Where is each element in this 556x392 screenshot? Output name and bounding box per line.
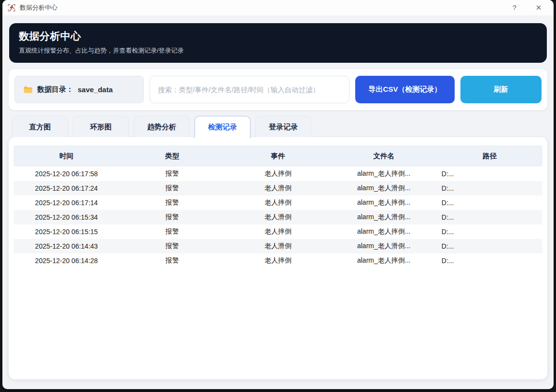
cell: D:... [437, 228, 542, 236]
column-header: 时间 [14, 152, 119, 161]
cell: 老人滑倒 [225, 184, 331, 193]
tab-item[interactable]: 检测记录 [195, 116, 250, 138]
table-row[interactable]: 2025-12-20 06:14:43报警老人滑倒alarm_老人滑倒...D:… [14, 239, 542, 253]
column-header: 事件 [225, 152, 331, 161]
cell: 2025-12-20 06:15:15 [14, 228, 119, 236]
table-header: 时间类型事件文件名路径 [14, 145, 542, 167]
table-row[interactable]: 2025-12-20 06:17:24报警老人滑倒alarm_老人滑倒...D:… [14, 181, 542, 196]
window-title: 数据分析中心 [20, 3, 57, 12]
cell: 2025-12-20 06:17:24 [14, 184, 119, 192]
cell: 报警 [119, 256, 225, 265]
cell: alarm_老人摔倒... [331, 169, 437, 178]
cell: alarm_老人滑倒... [331, 184, 437, 193]
cell: 报警 [119, 227, 225, 236]
cell: alarm_老人摔倒... [331, 227, 437, 236]
table-row[interactable]: 2025-12-20 06:17:14报警老人摔倒alarm_老人摔倒...D:… [14, 196, 542, 210]
tab-item[interactable]: 直方图 [12, 116, 68, 137]
data-directory-chip: 数据目录：save_data [14, 76, 144, 103]
cell: D:... [437, 257, 542, 265]
cell: 2025-12-20 06:17:58 [14, 170, 119, 178]
help-button[interactable]: ? [504, 0, 525, 15]
cell: 2025-12-20 06:14:43 [14, 242, 119, 250]
column-header: 类型 [119, 152, 225, 161]
tab-item[interactable]: 趋势分析 [134, 116, 190, 137]
cell: 老人摔倒 [225, 198, 331, 207]
app-icon [7, 3, 16, 12]
cell: 2025-12-20 06:17:14 [14, 199, 119, 207]
table-row[interactable]: 2025-12-20 06:15:15报警老人摔倒alarm_老人摔倒...D:… [14, 224, 542, 239]
data-directory-value: save_data [78, 85, 113, 94]
cell: 2025-12-20 06:15:34 [14, 213, 119, 221]
export-csv-button[interactable]: 导出CSV（检测记录） [355, 76, 455, 103]
cell: 报警 [119, 198, 225, 207]
cell: D:... [437, 213, 542, 221]
cell: 老人摔倒 [225, 227, 331, 236]
cell: alarm_老人滑倒... [331, 213, 437, 222]
cell: D:... [437, 170, 542, 178]
titlebar: 数据分析中心 ? ✕ [2, 0, 554, 15]
cell: 老人摔倒 [225, 256, 331, 265]
column-header: 路径 [437, 152, 542, 161]
tab-item[interactable]: 环形图 [73, 116, 129, 137]
cell: D:... [437, 184, 542, 192]
cell: 老人摔倒 [225, 169, 331, 178]
table-row[interactable]: 2025-12-20 06:17:58报警老人摔倒alarm_老人摔倒...D:… [14, 167, 542, 181]
records-panel: 时间类型事件文件名路径 2025-12-20 06:17:58报警老人摔倒ala… [9, 137, 547, 379]
cell: 2025-12-20 06:14:28 [14, 257, 119, 265]
cell: 报警 [119, 213, 225, 222]
cell: D:... [437, 199, 542, 207]
cell: 报警 [119, 242, 225, 251]
table-row[interactable]: 2025-12-20 06:14:28报警老人摔倒alarm_老人摔倒...D:… [14, 253, 542, 268]
cell: alarm_老人摔倒... [331, 198, 437, 207]
page-title: 数据分析中心 [19, 29, 537, 43]
cell: 报警 [119, 184, 225, 193]
cell: alarm_老人滑倒... [331, 242, 437, 251]
table-body: 2025-12-20 06:17:58报警老人摔倒alarm_老人摔倒...D:… [14, 167, 542, 268]
page-subtitle: 直观统计报警分布、占比与趋势，并查看检测记录/登录记录 [19, 46, 537, 55]
header-banner: 数据分析中心 直观统计报警分布、占比与趋势，并查看检测记录/登录记录 [9, 23, 547, 63]
refresh-button[interactable]: 刷新 [460, 76, 542, 103]
table-row[interactable]: 2025-12-20 06:15:34报警老人滑倒alarm_老人滑倒...D:… [14, 210, 542, 224]
column-header: 文件名 [331, 152, 437, 161]
cell: D:... [437, 242, 542, 250]
close-button[interactable]: ✕ [528, 0, 549, 15]
cell: 老人滑倒 [225, 242, 331, 251]
toolbar: 数据目录：save_data 导出CSV（检测记录） 刷新 [9, 69, 547, 110]
folder-icon [24, 86, 33, 94]
tab-item[interactable]: 登录记录 [255, 116, 311, 137]
cell: alarm_老人摔倒... [331, 256, 437, 265]
tab-bar: 直方图环形图趋势分析检测记录登录记录 [12, 116, 554, 137]
cell: 老人滑倒 [225, 213, 331, 222]
data-directory-label: 数据目录： [37, 85, 73, 94]
search-input[interactable] [150, 76, 349, 103]
cell: 报警 [119, 169, 225, 178]
app-window: 数据分析中心 ? ✕ 数据分析中心 直观统计报警分布、占比与趋势，并查看检测记录… [2, 0, 554, 389]
